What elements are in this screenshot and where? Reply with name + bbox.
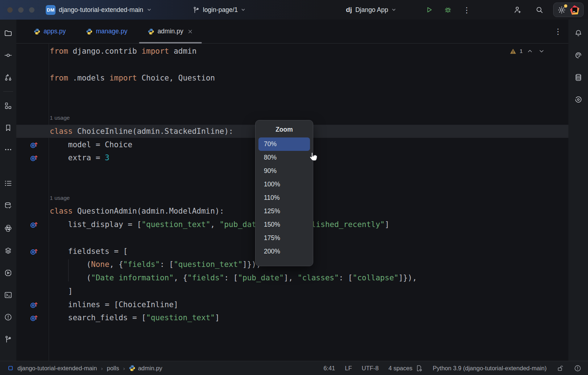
left-tool-window-stripe (0, 20, 16, 361)
usage-inlay-hint[interactable]: 1 usage (50, 115, 70, 121)
bookmarks-tool-window-icon[interactable] (3, 122, 13, 133)
project-selector[interactable]: DM django-tutorial-extended-main (46, 0, 152, 20)
code-text: ("Date information", {"fields": ["pub_da… (50, 273, 417, 282)
close-window-button[interactable] (7, 7, 13, 13)
overridden-attribute-gutter-icon[interactable] (29, 140, 38, 149)
settings-notification-group[interactable] (553, 3, 584, 17)
code-line[interactable]: inlines = [ChoiceInline] (16, 298, 568, 311)
breadcrumb-file[interactable]: admin.py (129, 365, 162, 372)
window-controls (7, 7, 34, 13)
todo-tool-window-icon[interactable] (3, 178, 13, 189)
python-file-icon (148, 28, 154, 35)
tab-admin-py[interactable]: admin.py (138, 20, 203, 43)
code-line[interactable]: from .models import Choice, Question (16, 71, 568, 85)
previous-problem-chevron-up-icon[interactable] (526, 47, 534, 55)
code-line[interactable] (16, 58, 568, 71)
problems-tool-window-icon[interactable] (3, 312, 13, 322)
run-configuration-selector[interactable]: dj Django App (346, 0, 396, 20)
database-tool-window-icon[interactable] (573, 72, 584, 83)
encoding-widget[interactable]: UTF-8 (362, 365, 379, 372)
unlocked-padlock-icon[interactable] (556, 364, 564, 372)
code-text: ] (50, 287, 73, 296)
zoom-option-110[interactable]: 110% (258, 191, 310, 205)
code-line[interactable]: search_fields = ["question_text"] (16, 311, 568, 325)
endpoints-tool-window-icon[interactable] (573, 94, 584, 105)
warning-count: 1 (519, 48, 523, 54)
status-bar: django-tutorial-extended-main › polls › … (0, 361, 588, 375)
event-log-alert-icon[interactable] (574, 364, 581, 372)
zoom-popup-title: Zoom (258, 126, 310, 133)
services-layers-tool-window-icon[interactable] (3, 245, 13, 256)
tab-apps-py[interactable]: apps.py (24, 20, 76, 43)
zoom-popup-menu: Zoom 70% 80% 90% 100% 110% 125% 150% 175… (255, 120, 313, 266)
right-tool-window-stripe (568, 20, 588, 361)
database-changes-tool-window-icon[interactable] (3, 200, 13, 211)
zoom-option-90[interactable]: 90% (258, 164, 310, 178)
code-line[interactable]: from django.contrib import admin (16, 45, 568, 58)
zoom-option-70[interactable]: 70% (258, 137, 310, 151)
code-text: inlines = [ChoiceInline] (50, 300, 178, 309)
breadcrumb: django-tutorial-extended-main › polls › … (17, 365, 162, 372)
chevron-down-icon (391, 7, 396, 12)
overridden-attribute-gutter-icon[interactable] (29, 220, 38, 229)
commit-tool-window-icon[interactable] (3, 50, 13, 61)
python-packages-tool-window-icon[interactable] (3, 223, 13, 234)
chevron-down-icon (147, 7, 152, 12)
overridden-attribute-gutter-icon[interactable] (29, 153, 38, 162)
code-text: from django.contrib import admin (50, 47, 197, 55)
zoom-option-125[interactable]: 125% (258, 205, 310, 218)
python-file-icon (129, 365, 135, 371)
vcs-branch-selector[interactable]: login-page/1 (192, 0, 246, 20)
zoom-window-button[interactable] (29, 7, 34, 13)
code-line[interactable]: ] (16, 285, 568, 298)
terminal-tool-window-icon[interactable] (3, 289, 13, 300)
zoom-option-175[interactable]: 175% (258, 231, 310, 245)
indent-widget[interactable]: 4 spaces (388, 364, 423, 372)
settings-gear-icon[interactable] (557, 5, 566, 15)
pull-requests-tool-window-icon[interactable] (3, 72, 13, 83)
close-tab-icon[interactable] (187, 29, 193, 34)
code-line[interactable]: ("Date information", {"fields": ["pub_da… (16, 271, 568, 285)
breadcrumb-folder[interactable]: polls (107, 365, 119, 372)
code-text: search_fields = ["question_text"] (50, 313, 220, 322)
code-line[interactable] (16, 85, 568, 98)
stop-square-icon[interactable] (7, 364, 15, 372)
more-actions-kebab-icon[interactable]: ⋮ (462, 5, 472, 15)
overridden-attribute-gutter-icon[interactable] (29, 313, 38, 322)
warning-triangle-icon (510, 48, 516, 55)
pycharm-logo-icon[interactable] (570, 5, 580, 15)
code-with-me-add-user-icon[interactable] (513, 5, 523, 15)
notifications-bell-icon[interactable] (573, 28, 584, 38)
tab-options-kebab-icon[interactable]: ⋮ (554, 27, 562, 36)
more-tool-windows-icon[interactable] (3, 144, 13, 155)
code-text: list_display = ["question_text", "pub_da… (50, 220, 389, 229)
run-button[interactable] (424, 5, 434, 15)
inspections-widget[interactable]: 1 (510, 47, 546, 55)
overridden-attribute-gutter-icon[interactable] (29, 300, 38, 309)
zoom-option-100[interactable]: 100% (258, 178, 310, 191)
structure-tool-window-icon[interactable] (3, 100, 13, 111)
project-name: django-tutorial-extended-main (59, 6, 143, 14)
editor-tab-bar: apps.py manage.py admin.py ⋮ (16, 20, 568, 44)
project-tool-window-icon[interactable] (3, 28, 13, 38)
caret-position-widget[interactable]: 6:41 (323, 365, 335, 372)
next-problem-chevron-down-icon[interactable] (537, 47, 546, 55)
git-tool-window-icon[interactable] (3, 334, 13, 345)
tab-manage-py[interactable]: manage.py (76, 20, 138, 43)
minimize-window-button[interactable] (18, 7, 24, 13)
code-line[interactable] (16, 98, 568, 111)
interpreter-widget[interactable]: Python 3.9 (django-tutorial-extended-mai… (433, 365, 547, 372)
usage-inlay-hint[interactable]: 1 usage (50, 195, 70, 201)
line-ending-widget[interactable]: LF (345, 365, 352, 372)
search-everywhere-icon[interactable] (534, 5, 544, 15)
overridden-attribute-gutter-icon[interactable] (29, 247, 38, 256)
ai-assistant-tool-window-icon[interactable] (573, 50, 584, 61)
breadcrumb-project[interactable]: django-tutorial-extended-main (17, 365, 97, 372)
services-run-dashboard-icon[interactable] (3, 267, 13, 278)
zoom-option-200[interactable]: 200% (258, 245, 310, 258)
debug-button[interactable] (443, 5, 453, 15)
zoom-option-80[interactable]: 80% (258, 151, 310, 164)
run-configuration-name: Django App (355, 6, 388, 14)
tab-label: admin.py (158, 28, 183, 35)
zoom-option-150[interactable]: 150% (258, 218, 310, 231)
